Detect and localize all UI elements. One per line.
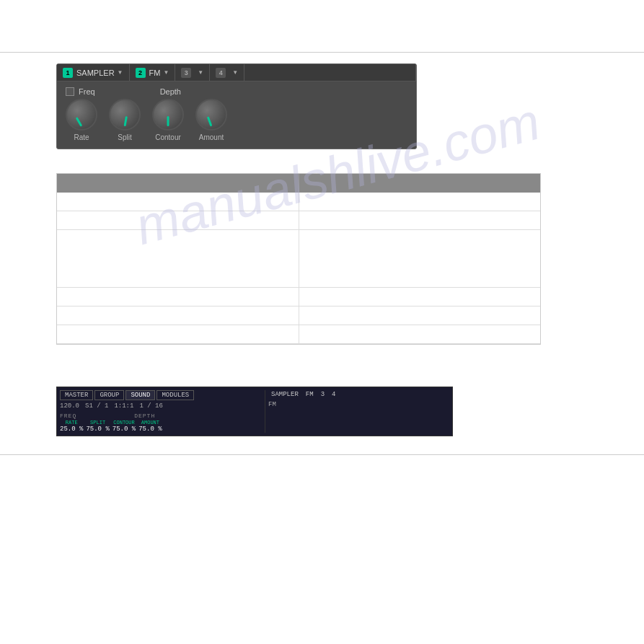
param-split-label: SPLIT xyxy=(90,420,105,425)
knob-split[interactable] xyxy=(109,99,141,131)
display-param-amount: AMOUNT 75.0 % xyxy=(138,420,162,433)
tab-bar: 1 SAMPLER ▼ 2 FM ▼ 3 ▼ 4 ▼ xyxy=(57,64,416,81)
table-cell xyxy=(299,193,541,211)
param-amount-label: AMOUNT xyxy=(141,420,159,425)
tab-badge-2: 2 xyxy=(136,68,146,78)
display-params: RATE 25.0 % SPLIT 75.0 % CONTOUR 75.0 % … xyxy=(60,420,262,433)
display-right-tab-4[interactable]: 4 xyxy=(329,390,338,399)
table-cell xyxy=(299,211,541,229)
bottom-divider xyxy=(0,454,644,455)
table-row xyxy=(57,325,540,344)
display-right-tab-sampler[interactable]: SAMPLER xyxy=(268,390,301,399)
table-row xyxy=(57,211,540,230)
param-amount-value: 75.0 % xyxy=(138,425,162,433)
knobs-row: Rate Split Contour Amount xyxy=(66,99,407,141)
display-tab-master[interactable]: MASTER xyxy=(60,390,93,400)
tab-fm[interactable]: 2 FM ▼ xyxy=(130,64,176,81)
table-cell xyxy=(299,288,541,306)
display-right-content: FM xyxy=(268,401,449,408)
chevron-down-icon: ▼ xyxy=(118,69,123,76)
table-cell xyxy=(57,325,299,343)
knob-amount-container: Amount xyxy=(195,99,227,141)
knob-amount-label: Amount xyxy=(199,133,224,141)
tab-badge-4: 4 xyxy=(216,68,226,78)
depth-section-label: DEPTH xyxy=(134,413,155,419)
knob-contour-label: Contour xyxy=(155,133,181,141)
table-row xyxy=(57,230,540,288)
tab-sampler[interactable]: 1 SAMPLER ▼ xyxy=(57,64,130,81)
display-param-contour: CONTOUR 75.0 % xyxy=(113,420,136,433)
freq-label: Freq xyxy=(79,87,95,96)
table-row xyxy=(57,288,540,306)
top-divider xyxy=(0,52,644,53)
table-cell xyxy=(57,306,299,325)
param-rate-label: RATE xyxy=(66,420,78,425)
param-contour-value: 75.0 % xyxy=(113,425,136,433)
tab-label-sampler: SAMPLER xyxy=(76,69,115,77)
bottom-display: MASTER GROUP SOUND MODULES 120.0 S1 / 1 … xyxy=(56,387,453,436)
table-header-col2 xyxy=(299,174,541,193)
tab-empty xyxy=(244,64,416,81)
table-header xyxy=(57,174,540,193)
table-cell xyxy=(299,325,541,343)
table-cell xyxy=(57,288,299,306)
knob-rate[interactable] xyxy=(66,99,97,131)
freq-section-label: FREQ xyxy=(60,413,76,419)
display-right-tab-3[interactable]: 3 xyxy=(318,390,327,399)
display-values-row: 120.0 S1 / 1 1:1:1 1 / 16 xyxy=(60,402,262,410)
display-tab-sound[interactable]: SOUND xyxy=(125,390,155,400)
display-tab-group[interactable]: GROUP xyxy=(94,390,124,400)
param-rate-value: 25.0 % xyxy=(60,425,83,433)
display-value-group: S1 / 1 xyxy=(85,402,108,410)
display-right-tab-fm[interactable]: FM xyxy=(303,390,317,399)
param-contour-label: CONTOUR xyxy=(113,420,134,425)
knob-rate-container: Rate xyxy=(66,99,97,141)
knob-contour[interactable] xyxy=(152,99,184,131)
chevron-down-icon-3: ▼ xyxy=(198,69,203,76)
display-param-split: SPLIT 75.0 % xyxy=(86,420,109,433)
main-table xyxy=(56,173,541,345)
table-cell xyxy=(57,230,299,287)
display-tabs: MASTER GROUP SOUND MODULES xyxy=(60,390,262,400)
table-header-col1 xyxy=(57,174,299,193)
knob-split-label: Split xyxy=(118,133,131,141)
tab-4[interactable]: 4 ▼ xyxy=(210,64,244,81)
knob-split-container: Split xyxy=(109,99,141,141)
table-cell xyxy=(299,306,541,325)
checkbox-row: Freq Depth xyxy=(66,87,407,96)
display-value-bpm: 120.0 xyxy=(60,402,79,410)
display-right-tabs: SAMPLER FM 3 4 xyxy=(268,390,449,399)
tab-badge-3: 3 xyxy=(181,68,191,78)
display-left: MASTER GROUP SOUND MODULES 120.0 S1 / 1 … xyxy=(60,390,262,433)
param-split-value: 75.0 % xyxy=(86,425,109,433)
chevron-down-icon-4: ▼ xyxy=(232,69,238,76)
display-tab-modules[interactable]: MODULES xyxy=(156,390,194,400)
table-cell xyxy=(57,193,299,211)
synth-panel: 1 SAMPLER ▼ 2 FM ▼ 3 ▼ 4 ▼ Freq Depth xyxy=(56,63,417,149)
depth-label: Depth xyxy=(160,87,181,96)
tab-3[interactable]: 3 ▼ xyxy=(175,64,210,81)
table-row xyxy=(57,306,540,325)
tab-badge-1: 1 xyxy=(63,68,73,78)
display-value-pos2: 1 / 16 xyxy=(139,402,162,410)
knob-rate-label: Rate xyxy=(74,133,89,141)
tab-label-fm: FM xyxy=(149,69,161,77)
table-cell xyxy=(57,211,299,229)
freq-checkbox[interactable] xyxy=(66,87,74,96)
table-row xyxy=(57,193,540,211)
display-value-pos1: 1:1:1 xyxy=(114,402,133,410)
display-right: SAMPLER FM 3 4 FM xyxy=(265,390,449,433)
table-cell xyxy=(299,230,541,287)
chevron-down-icon-2: ▼ xyxy=(163,69,169,76)
display-param-rate: RATE 25.0 % xyxy=(60,420,83,433)
knob-amount[interactable] xyxy=(195,99,227,131)
knob-contour-container: Contour xyxy=(152,99,184,141)
synth-content: Freq Depth Rate Split Contour Amount xyxy=(57,81,416,149)
